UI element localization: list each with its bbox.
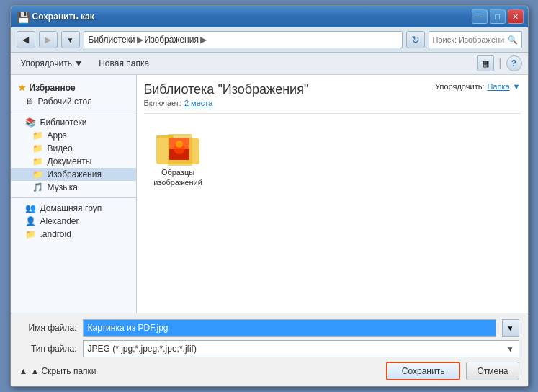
path-separator-2: ▶ [200, 35, 207, 45]
sort-value[interactable]: Папка [487, 82, 509, 91]
hide-folders-button[interactable]: ▲ ▲ Скрыть папки [19, 366, 97, 376]
view-button[interactable]: ▦ [477, 55, 494, 71]
video-folder-icon: 📁 [32, 143, 43, 153]
desktop-icon: 🖥 [25, 97, 34, 107]
sidebar: ★ Избранное 🖥 Рабочий стол 📚 Библиотеки … [11, 75, 137, 313]
main-content: ★ Избранное 🖥 Рабочий стол 📚 Библиотеки … [11, 75, 528, 313]
sidebar-item-documents[interactable]: 📁 Документы [11, 155, 136, 168]
filetype-arrow: ▼ [507, 345, 514, 353]
filename-input[interactable] [83, 319, 496, 337]
search-box[interactable]: 🔍 [429, 31, 522, 48]
star-icon: ★ [18, 83, 26, 93]
toolbar-right: ▦ | ? [477, 55, 521, 71]
refresh-button[interactable]: ↻ [406, 31, 425, 48]
places-count[interactable]: 2 места [184, 99, 212, 107]
homegroup-icon: 👥 [25, 203, 36, 213]
sidebar-divider-1 [11, 112, 136, 112]
hide-icon: ▲ [19, 366, 28, 376]
apps-folder-icon: 📁 [32, 130, 43, 141]
sidebar-item-libraries[interactable]: 📚 Библиотеки [11, 116, 136, 129]
filetype-label: Тип файла: [19, 344, 77, 354]
path-separator-1: ▶ [137, 35, 143, 45]
sidebar-item-alexander[interactable]: 👤 Alexander [11, 215, 136, 228]
sidebar-item-images[interactable]: 📁 Изображения [11, 168, 136, 181]
address-bar: ◀ ▶ ▼ Библиотеки ▶ Изображения ▶ ↻ 🔍 [11, 27, 528, 53]
sidebar-item-music[interactable]: 🎵 Музыка [11, 181, 136, 194]
path-part-images: Изображения [145, 35, 199, 45]
sidebar-item-desktop[interactable]: 🖥 Рабочий стол [11, 95, 136, 108]
action-buttons: Сохранить Отмена [386, 362, 519, 380]
help-button[interactable]: ? [506, 55, 522, 71]
path-part-libraries: Библиотеки [89, 35, 135, 45]
save-dialog: 💾 Сохранить как ─ □ ✕ ◀ ▶ ▼ Библиотеки ▶… [10, 5, 529, 387]
includes-label: Включает: [144, 99, 181, 107]
bottom-section: Имя файла: ▼ Тип файла: JPEG (*.jpg;*.jp… [11, 313, 528, 386]
filetype-row: Тип файла: JPEG (*.jpg;*.jpeg;*.jpe;*.jf… [19, 340, 519, 357]
sidebar-item-android[interactable]: 📁 .android [11, 228, 136, 241]
window-title: Сохранить как [32, 12, 94, 22]
maximize-button[interactable]: □ [490, 9, 506, 24]
file-area: Библиотека "Изображения" Включает: 2 мес… [137, 75, 528, 313]
search-input[interactable] [433, 35, 505, 44]
sidebar-item-homegroup[interactable]: 👥 Домашняя груп [11, 202, 136, 215]
sort-control: Упорядочить: Папка ▼ [435, 82, 521, 91]
title-bar: 💾 Сохранить как ─ □ ✕ [11, 6, 528, 27]
address-path[interactable]: Библиотеки ▶ Изображения ▶ [84, 31, 403, 48]
file-area-header: Библиотека "Изображения" Включает: 2 мес… [144, 82, 521, 114]
documents-folder-icon: 📁 [32, 156, 43, 166]
android-folder-icon: 📁 [25, 229, 36, 239]
images-folder-icon: 📁 [32, 169, 43, 179]
sort-arrow: ▼ [513, 82, 521, 91]
filename-dropdown-btn[interactable]: ▼ [502, 319, 519, 337]
organize-button[interactable]: Упорядочить ▼ [17, 57, 88, 70]
file-item-label: Образцыизображений [153, 167, 202, 188]
filetype-value: JPEG (*.jpg;*.jpeg;*.jpe;*.jfif) [88, 344, 197, 354]
search-icon: 🔍 [508, 35, 518, 45]
save-button[interactable]: Сохранить [386, 362, 461, 380]
sort-label: Упорядочить: [435, 82, 485, 91]
folder-icon-large [155, 128, 201, 167]
toolbar-left: Упорядочить ▼ Новая папка [17, 57, 154, 70]
toolbar: Упорядочить ▼ Новая папка ▦ | ? [11, 53, 528, 75]
file-item-sample-images[interactable]: Образцыизображений [148, 125, 209, 192]
cancel-button[interactable]: Отмена [466, 362, 519, 380]
new-folder-button[interactable]: Новая папка [94, 57, 153, 70]
action-row: ▲ ▲ Скрыть папки Сохранить Отмена [19, 362, 519, 380]
forward-button[interactable]: ▶ [39, 31, 58, 48]
close-button[interactable]: ✕ [508, 9, 524, 24]
filetype-select[interactable]: JPEG (*.jpg;*.jpeg;*.jpe;*.jfif) ▼ [83, 340, 519, 357]
sidebar-divider-2 [11, 197, 136, 198]
sidebar-item-apps[interactable]: 📁 Apps [11, 129, 136, 142]
library-info: Библиотека "Изображения" Включает: 2 мес… [144, 82, 309, 107]
favorites-section[interactable]: ★ Избранное [11, 81, 136, 95]
svg-point-6 [176, 141, 183, 148]
title-bar-left: 💾 Сохранить как [17, 11, 94, 22]
filename-label: Имя файла: [19, 323, 77, 333]
hide-label: ▲ Скрыть папки [30, 366, 96, 376]
sidebar-item-video[interactable]: 📁 Видео [11, 142, 136, 155]
library-title: Библиотека "Изображения" [144, 82, 309, 97]
libraries-icon: 📚 [25, 117, 36, 128]
file-grid: Образцыизображений [144, 121, 521, 195]
back-button[interactable]: ◀ [17, 31, 35, 48]
user-icon: 👤 [25, 216, 36, 226]
dropdown-button[interactable]: ▼ [61, 31, 80, 48]
toolbar-separator: | [498, 57, 501, 70]
minimize-button[interactable]: ─ [472, 9, 488, 24]
filename-row: Имя файла: ▼ [19, 319, 519, 337]
title-buttons: ─ □ ✕ [472, 9, 524, 24]
music-icon: 🎵 [32, 182, 43, 192]
window-icon: 💾 [17, 11, 28, 22]
